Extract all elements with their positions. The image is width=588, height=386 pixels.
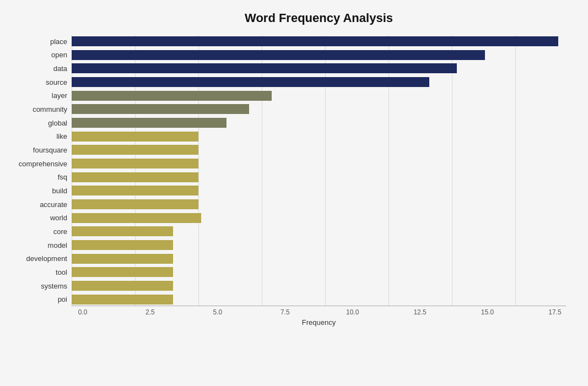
bar-label: source	[1, 78, 67, 86]
bar	[72, 199, 198, 209]
bar-row: global	[72, 117, 566, 129]
bar-label: data	[1, 64, 67, 73]
bar-label: foursquare	[1, 146, 67, 154]
bar-row: layer	[72, 90, 566, 102]
bar	[72, 267, 173, 277]
bar-label: accurate	[1, 200, 67, 209]
bar	[72, 91, 272, 101]
bar-row: development	[72, 253, 566, 265]
bar	[72, 63, 457, 73]
x-tick: 12.5	[409, 308, 431, 316]
x-tick: 17.5	[544, 308, 566, 316]
bar	[72, 281, 173, 291]
bar-label: build	[1, 187, 67, 195]
bar	[72, 36, 558, 46]
bar	[72, 295, 173, 305]
bar-row: foursquare	[72, 144, 566, 156]
bar-label: core	[1, 227, 67, 236]
x-tick: 2.5	[139, 308, 161, 316]
bar-row: tool	[72, 266, 566, 278]
chart-area: placeopendatasourcelayercommunitygloball…	[72, 35, 566, 333]
bar-label: development	[1, 254, 67, 263]
bar-row: model	[72, 239, 566, 251]
bar	[72, 172, 198, 182]
bar	[72, 159, 198, 168]
bar	[72, 118, 226, 128]
bar	[72, 50, 485, 60]
x-tick: 15.0	[477, 308, 499, 316]
bar-label: global	[1, 119, 67, 127]
bar-label: open	[1, 51, 67, 59]
bars-section: placeopendatasourcelayercommunitygloball…	[72, 35, 566, 306]
bar-label: model	[1, 241, 67, 249]
bar-label: comprehensive	[1, 160, 67, 168]
bar-row: open	[72, 49, 566, 61]
bar-label: like	[1, 132, 67, 140]
bar-label: fsq	[1, 173, 67, 181]
bar-label: tool	[1, 268, 67, 276]
bar	[72, 77, 429, 87]
bar	[72, 226, 173, 236]
bar	[72, 240, 173, 250]
bar-row: data	[72, 62, 566, 74]
bar	[72, 213, 201, 223]
chart-title: Word Frequency Analysis	[72, 11, 566, 25]
x-tick: 0.0	[72, 308, 94, 316]
x-tick: 10.0	[342, 308, 364, 316]
bar-label: place	[1, 37, 67, 46]
x-ticks: 0.02.55.07.510.012.515.017.5	[72, 306, 566, 316]
bar-row: systems	[72, 280, 566, 292]
bar-row: comprehensive	[72, 157, 566, 170]
bar-row: core	[72, 225, 566, 237]
bar-row: poi	[72, 293, 566, 306]
bar-row: place	[72, 35, 566, 47]
bar-row: accurate	[72, 198, 566, 210]
bar-row: build	[72, 184, 566, 197]
bar	[72, 132, 198, 142]
chart-container: Word Frequency Analysis placeopendatasou…	[0, 0, 588, 386]
bar-row: world	[72, 212, 566, 224]
bar	[72, 104, 249, 114]
bar-row: like	[72, 131, 566, 143]
bar	[72, 254, 173, 264]
bar-label: layer	[1, 91, 67, 100]
bar-row: source	[72, 76, 566, 88]
x-axis: 0.02.55.07.510.012.515.017.5 Frequency	[72, 306, 566, 333]
bar	[72, 145, 198, 155]
bar-row: fsq	[72, 171, 566, 183]
x-tick: 5.0	[207, 308, 229, 316]
bar-label: systems	[1, 282, 67, 290]
bar-label: world	[1, 214, 67, 222]
bar-label: community	[1, 105, 67, 113]
bar-label: poi	[1, 295, 67, 303]
x-axis-label: Frequency	[72, 318, 566, 327]
bar-row: community	[72, 103, 566, 115]
x-tick: 7.5	[274, 308, 296, 316]
bar	[72, 186, 198, 195]
